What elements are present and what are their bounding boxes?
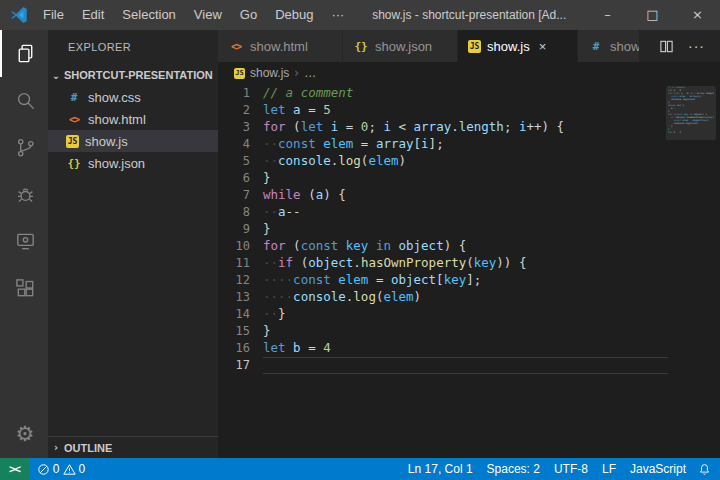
minimize-button[interactable]: – bbox=[585, 0, 630, 30]
split-editor-button[interactable] bbox=[652, 39, 681, 54]
code-line[interactable]: 16let b = 4 bbox=[218, 340, 720, 357]
code-line[interactable]: 9} bbox=[218, 221, 720, 238]
status-right-items: Ln 17, Col 1Spaces: 2UTF-8LFJavaScript bbox=[401, 462, 693, 476]
tab-show.json[interactable]: {}show.json bbox=[343, 30, 458, 62]
warning-count: 0 bbox=[79, 462, 86, 476]
explorer-title: EXPLORER bbox=[48, 30, 218, 64]
line-number: 8 bbox=[218, 204, 250, 221]
file-name: show.html bbox=[88, 112, 146, 127]
json-file-icon: {} bbox=[353, 40, 369, 53]
css-file-icon: # bbox=[588, 40, 604, 53]
line-number: 7 bbox=[218, 187, 250, 204]
menu-item[interactable]: File bbox=[34, 0, 73, 30]
menu-bar: FileEditSelectionViewGoDebug··· bbox=[34, 0, 353, 30]
json-file-icon: {} bbox=[66, 157, 82, 170]
css-file-icon: # bbox=[66, 91, 82, 104]
status-item[interactable]: UTF-8 bbox=[547, 462, 595, 476]
tab-show.js[interactable]: JSshow.js× bbox=[458, 30, 578, 62]
code-text: ··} bbox=[263, 306, 668, 323]
minimap-slider[interactable] bbox=[666, 86, 716, 140]
code-line[interactable]: 7while (a) { bbox=[218, 187, 720, 204]
tab-label: show.html bbox=[250, 39, 308, 54]
search-icon[interactable] bbox=[0, 77, 48, 124]
chevron-down-icon: ⌄ bbox=[48, 70, 64, 81]
file-show.html[interactable]: <>show.html bbox=[48, 108, 218, 130]
code-line[interactable]: 1// a comment bbox=[218, 85, 720, 102]
code-text: ··a-- bbox=[263, 204, 668, 221]
maximize-button[interactable]: □ bbox=[630, 0, 675, 30]
status-item[interactable]: JavaScript bbox=[623, 462, 693, 476]
minimap[interactable]: // a commentlet a = 5for (let i = 0; i <… bbox=[668, 86, 714, 134]
status-item[interactable]: Ln 17, Col 1 bbox=[401, 462, 480, 476]
source-control-icon[interactable] bbox=[0, 124, 48, 171]
code-line[interactable]: 13····console.log(elem) bbox=[218, 289, 720, 306]
line-number: 1 bbox=[218, 85, 250, 102]
code-text bbox=[263, 357, 668, 374]
chevron-right-icon: › bbox=[48, 442, 64, 453]
errors-icon bbox=[37, 463, 50, 476]
menu-item[interactable]: Debug bbox=[266, 0, 322, 30]
status-item[interactable]: Spaces: 2 bbox=[480, 462, 547, 476]
explorer-icon[interactable] bbox=[0, 30, 48, 77]
line-number: 11 bbox=[218, 255, 250, 272]
file-name: show.css bbox=[88, 90, 141, 105]
status-bar: >< 0 0 Ln 17, Col 1Spaces: 2UTF-8LFJavaS… bbox=[0, 458, 720, 480]
code-text: } bbox=[263, 221, 668, 238]
problems-indicator[interactable]: 0 0 bbox=[29, 462, 93, 476]
folder-name: SHORTCUT-PRESENTATION bbox=[64, 69, 213, 81]
remote-indicator[interactable]: >< bbox=[0, 458, 29, 480]
code-line[interactable]: 6} bbox=[218, 170, 720, 187]
notifications-button[interactable] bbox=[693, 463, 720, 476]
line-number: 15 bbox=[218, 323, 250, 340]
code-text: ··console.log(elem) bbox=[263, 153, 668, 170]
menu-item[interactable]: View bbox=[185, 0, 231, 30]
extensions-icon[interactable] bbox=[0, 265, 48, 312]
code-text: for (const key in object) { bbox=[263, 238, 668, 255]
code-line[interactable]: 17 bbox=[218, 357, 720, 374]
line-number: 5 bbox=[218, 153, 250, 170]
tab-show.css[interactable]: #show.css bbox=[578, 30, 640, 62]
code-line[interactable]: 10for (const key in object) { bbox=[218, 238, 720, 255]
file-list: #show.css<>show.htmlJSshow.js{}show.json bbox=[48, 86, 218, 174]
file-show.json[interactable]: {}show.json bbox=[48, 152, 218, 174]
code-line[interactable]: 15} bbox=[218, 323, 720, 340]
breadcrumb[interactable]: JS show.js › … bbox=[218, 62, 720, 84]
main-area: ⚙ EXPLORER ⌄ SHORTCUT-PRESENTATION #show… bbox=[0, 30, 720, 458]
code-line[interactable]: 3for (let i = 0; i < array.length; i++) … bbox=[218, 119, 720, 136]
bell-icon bbox=[698, 463, 711, 476]
tab-label: show.json bbox=[375, 39, 432, 54]
folder-shortcut-presentation[interactable]: ⌄ SHORTCUT-PRESENTATION bbox=[48, 64, 218, 86]
vscode-window: FileEditSelectionViewGoDebug··· show.js … bbox=[0, 0, 720, 480]
line-number: 2 bbox=[218, 102, 250, 119]
debug-icon[interactable] bbox=[0, 171, 48, 218]
status-item[interactable]: LF bbox=[595, 462, 623, 476]
menu-item[interactable]: Go bbox=[231, 0, 266, 30]
more-actions-button[interactable]: ··· bbox=[681, 38, 712, 54]
settings-icon[interactable]: ⚙ bbox=[0, 411, 48, 458]
code-line[interactable]: 4··const elem = array[i]; bbox=[218, 136, 720, 153]
close-tab-icon[interactable]: × bbox=[539, 39, 547, 54]
code-line[interactable]: 14··} bbox=[218, 306, 720, 323]
split-editor-icon bbox=[659, 39, 674, 54]
code-text: for (let i = 0; i < array.length; i++) { bbox=[263, 119, 668, 136]
tab-show.html[interactable]: <>show.html bbox=[218, 30, 343, 62]
code-line[interactable]: 5··console.log(elem) bbox=[218, 153, 720, 170]
breadcrumb-file: show.js bbox=[250, 66, 289, 80]
code-line[interactable]: 12····const elem = object[key]; bbox=[218, 272, 720, 289]
remote-explorer-icon[interactable] bbox=[0, 218, 48, 265]
menu-item[interactable]: Edit bbox=[73, 0, 113, 30]
code-text: let a = 5 bbox=[263, 102, 668, 119]
code-text: let b = 4 bbox=[263, 340, 668, 357]
menu-item[interactable]: ··· bbox=[322, 0, 353, 30]
code-editor[interactable]: 1// a comment2let a = 53for (let i = 0; … bbox=[218, 84, 720, 458]
close-button[interactable]: × bbox=[675, 0, 720, 30]
menu-item[interactable]: Selection bbox=[113, 0, 184, 30]
file-show.js[interactable]: JSshow.js bbox=[48, 130, 218, 152]
code-line[interactable]: 2let a = 5 bbox=[218, 102, 720, 119]
code-line[interactable]: 11··if (object.hasOwnProperty(key)) { bbox=[218, 255, 720, 272]
file-show.css[interactable]: #show.css bbox=[48, 86, 218, 108]
code-text: } bbox=[263, 323, 668, 340]
outline-section[interactable]: › OUTLINE bbox=[48, 436, 218, 458]
code-line[interactable]: 8··a-- bbox=[218, 204, 720, 221]
line-number: 12 bbox=[218, 272, 250, 289]
